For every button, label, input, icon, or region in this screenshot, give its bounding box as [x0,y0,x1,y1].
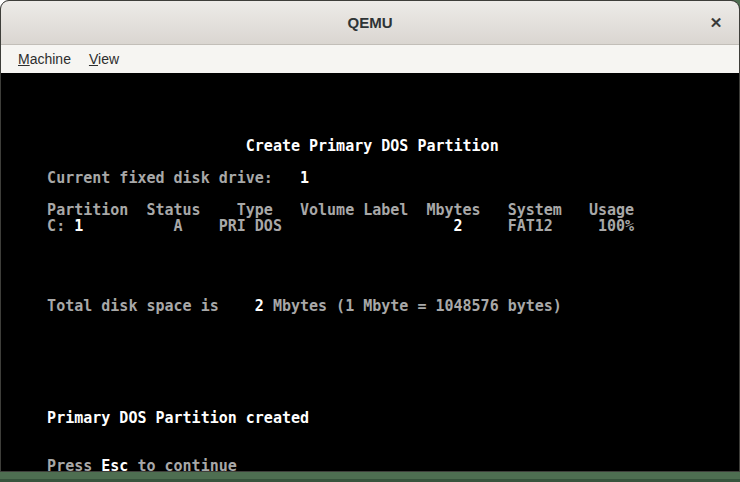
menubar: Machine View [1,45,739,73]
close-icon[interactable]: ✕ [701,1,731,44]
terminal-screen[interactable]: Create Primary DOS Partition Current fix… [2,73,738,471]
menu-item-machine[interactable]: Machine [9,47,80,71]
qemu-window: QEMU ✕ Machine View Create Primary DOS P… [0,0,740,472]
menu-item-view[interactable]: View [80,47,128,71]
window-title: QEMU [348,14,393,31]
terminal-text: Create Primary DOS Partition Current fix… [11,74,634,471]
titlebar[interactable]: QEMU ✕ [1,1,739,45]
